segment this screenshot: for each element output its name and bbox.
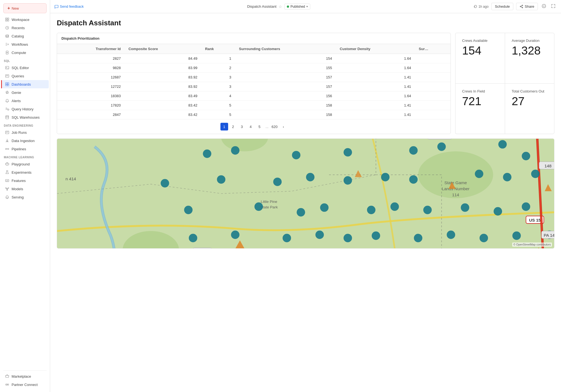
svg-rect-9 <box>6 83 7 84</box>
svg-point-101 <box>447 230 455 239</box>
sidebar-item-pipelines[interactable]: Pipelines <box>1 145 49 153</box>
sidebar: + New Workspace Recents Catalog Wor <box>0 0 50 392</box>
sidebar-item-catalog[interactable]: Catalog <box>1 32 49 40</box>
table-scroll-container[interactable]: Transformer Id Composite Score Rank Surr… <box>57 44 451 119</box>
stat-total-customers-out-label: Total Customers Out <box>512 89 547 93</box>
svg-point-96 <box>283 234 291 242</box>
page-btn-1[interactable]: 1 <box>220 123 228 130</box>
sidebar-item-sql-warehouses[interactable]: SQL Warehouses <box>1 113 49 121</box>
genie-icon <box>5 90 9 95</box>
svg-point-21 <box>8 188 9 189</box>
schedule-button[interactable]: Schedule <box>491 3 513 10</box>
map-panel[interactable]: PA 287 PA 184 PA 44 US 15 PA 973 <box>57 138 554 249</box>
page-btn-3[interactable]: 3 <box>238 123 246 130</box>
page-btn-last[interactable]: 620 <box>271 123 278 130</box>
stat-crews-in-field: Crews In Field 721 <box>455 83 505 134</box>
col-customer-density[interactable]: Customer Density <box>336 44 415 54</box>
sidebar-item-genie[interactable]: Genie <box>1 88 49 97</box>
feedback-link[interactable]: Send feedback <box>55 4 84 9</box>
cell-rank: 5 <box>201 110 235 119</box>
col-surrounding-customers[interactable]: Surrounding Customers <box>235 44 336 54</box>
svg-point-69 <box>437 142 446 151</box>
info-icon-button[interactable] <box>541 3 547 10</box>
sql-editor-icon <box>5 66 9 70</box>
sidebar-item-sql-editor[interactable]: SQL Editor <box>1 64 49 72</box>
svg-point-27 <box>520 6 521 7</box>
sidebar-item-features[interactable]: Features <box>1 176 49 185</box>
page-btn-5[interactable]: 5 <box>256 123 263 130</box>
sidebar-item-query-history[interactable]: Query History <box>1 105 49 113</box>
svg-point-74 <box>217 175 225 184</box>
svg-point-91 <box>461 203 469 212</box>
serving-label: Serving <box>12 195 24 199</box>
col-transformer-id[interactable]: Transformer Id <box>57 44 125 54</box>
sidebar-item-queries[interactable]: Queries <box>1 72 49 80</box>
dashboards-label: Dashboards <box>12 82 31 86</box>
page-btn-4[interactable]: 4 <box>247 123 255 130</box>
pipelines-label: Pipelines <box>12 147 26 151</box>
sidebar-item-recents[interactable]: Recents <box>1 24 49 32</box>
table-body: 2827 84.49 1 154 1.64 9828 83.99 2 155 1… <box>57 54 451 119</box>
marketplace-icon <box>5 374 9 379</box>
star-icon[interactable]: ☆ <box>279 4 282 9</box>
sidebar-item-serving[interactable]: Serving <box>1 193 49 201</box>
new-button[interactable]: + New <box>3 3 47 13</box>
job-runs-icon <box>5 130 9 135</box>
cell-customer-density: 1.64 <box>336 63 415 73</box>
svg-point-100 <box>414 234 422 242</box>
compute-label: Compute <box>12 51 26 55</box>
sidebar-item-workflows[interactable]: Workflows <box>1 40 49 48</box>
published-badge[interactable]: Published ▾ <box>284 4 310 10</box>
svg-point-75 <box>273 178 282 186</box>
svg-point-82 <box>531 170 540 178</box>
svg-point-98 <box>344 234 352 242</box>
catalog-label: Catalog <box>12 34 24 38</box>
sidebar-item-models[interactable]: Models <box>1 185 49 193</box>
serving-icon <box>5 195 9 199</box>
share-button[interactable]: Share <box>516 3 538 10</box>
cell-transformer-id: 17820 <box>57 101 125 110</box>
query-history-label: Query History <box>12 107 33 111</box>
sidebar-item-partner-connect[interactable]: Partner Connect <box>1 380 49 389</box>
page-btn-next[interactable]: › <box>279 123 287 130</box>
schedule-label: Schedule <box>495 4 510 9</box>
col-sur[interactable]: Sur… <box>415 44 451 54</box>
sidebar-item-data-ingestion[interactable]: Data Ingestion <box>1 137 49 145</box>
svg-rect-11 <box>6 85 7 86</box>
cell-surrounding-customers: 156 <box>235 91 336 101</box>
page-btn-2[interactable]: 2 <box>229 123 237 130</box>
sidebar-item-workspace[interactable]: Workspace <box>1 15 49 24</box>
svg-point-66 <box>292 151 301 159</box>
sidebar-item-dashboards[interactable]: Dashboards <box>1 80 49 88</box>
col-rank[interactable]: Rank <box>201 44 235 54</box>
fullscreen-icon-button[interactable] <box>550 3 557 10</box>
stat-average-duration-value: 1,328 <box>512 45 547 56</box>
models-icon <box>5 187 9 191</box>
workspace-label: Workspace <box>12 18 29 22</box>
refresh-icon <box>474 5 477 8</box>
playground-icon <box>5 162 9 166</box>
svg-point-99 <box>372 232 380 240</box>
sidebar-item-experiments[interactable]: Experiments <box>1 168 49 176</box>
sidebar-item-alerts[interactable]: Alerts <box>1 97 49 105</box>
table-row: 2847 83.42 5 158 1.41 <box>57 110 451 119</box>
cell-rank: 5 <box>201 101 235 110</box>
cell-transformer-id: 18383 <box>57 91 125 101</box>
published-label: Published <box>290 5 305 9</box>
table-header-row: Transformer Id Composite Score Rank Surr… <box>57 44 451 54</box>
svg-point-95 <box>231 230 239 239</box>
sidebar-item-playground[interactable]: Playground <box>1 160 49 168</box>
cell-transformer-id: 9828 <box>57 63 125 73</box>
cell-composite-score: 84.49 <box>125 54 201 63</box>
plus-icon: + <box>7 6 10 11</box>
sidebar-item-job-runs[interactable]: Job Runs <box>1 128 49 137</box>
sidebar-item-compute[interactable]: Compute <box>1 48 49 57</box>
col-composite-score[interactable]: Composite Score <box>125 44 201 54</box>
sidebar-item-marketplace[interactable]: Marketplace <box>1 372 49 380</box>
svg-rect-1 <box>7 18 9 19</box>
cell-customer-density: 1.41 <box>336 101 415 110</box>
svg-rect-10 <box>7 83 9 84</box>
svg-point-102 <box>479 234 488 242</box>
map-container[interactable]: PA 287 PA 184 PA 44 US 15 PA 973 <box>57 139 554 248</box>
svg-text:US 15: US 15 <box>529 218 541 222</box>
